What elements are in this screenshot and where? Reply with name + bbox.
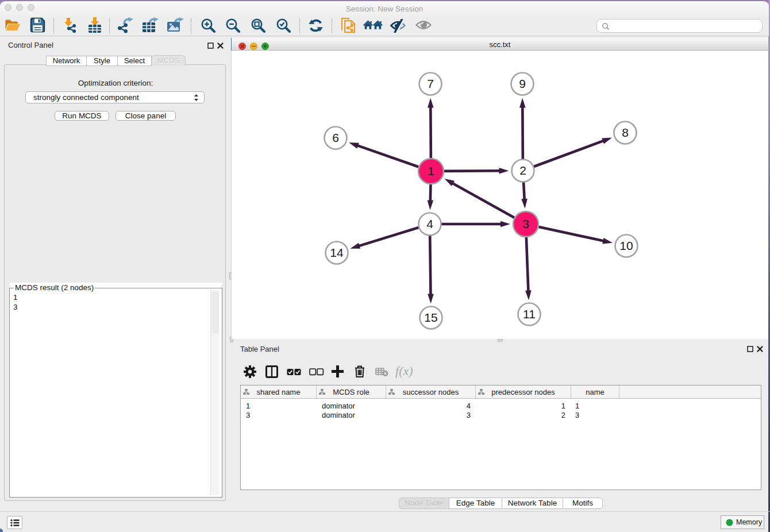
svg-text:6: 6 bbox=[332, 131, 339, 144]
svg-text:1: 1 bbox=[428, 164, 434, 178]
svg-text:8: 8 bbox=[622, 126, 629, 139]
svg-text:9: 9 bbox=[519, 77, 526, 90]
svg-text:3: 3 bbox=[522, 217, 529, 230]
svg-text:10: 10 bbox=[619, 239, 633, 252]
svg-text:15: 15 bbox=[424, 311, 437, 324]
svg-text:2: 2 bbox=[519, 164, 526, 177]
svg-text:11: 11 bbox=[523, 307, 536, 321]
svg-text:4: 4 bbox=[426, 217, 433, 230]
svg-text:14: 14 bbox=[330, 246, 344, 259]
svg-text:7: 7 bbox=[427, 77, 434, 90]
